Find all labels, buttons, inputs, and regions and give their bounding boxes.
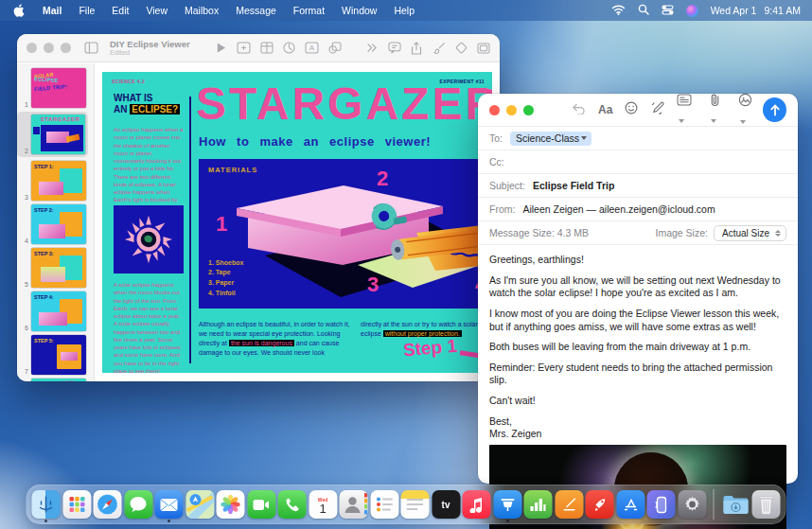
slide-thumbnail-2-selected[interactable]: 2 STARGAZER (17, 112, 88, 157)
slide-paragraph-2: A solar eclipse happens when the moon bl… (114, 281, 184, 373)
slide-canvas: SCIENCE 4.2 EXPERIMENT #11 WHAT IS AN EC… (95, 63, 500, 381)
table-icon[interactable] (260, 42, 274, 54)
recipient-token[interactable]: Science-Class (510, 132, 591, 146)
dock-iphone-mirroring-icon[interactable] (647, 490, 676, 519)
writing-tools-icon[interactable] (650, 101, 664, 118)
from-label: From: (489, 203, 515, 215)
keynote-window-controls[interactable] (26, 43, 71, 53)
dock-phone-icon[interactable] (278, 490, 307, 519)
more-toolbar-icon[interactable] (366, 43, 379, 53)
menu-item-view[interactable]: View (137, 5, 176, 16)
search-icon[interactable] (638, 4, 649, 17)
slide-caption-right: directly at the sun or try to watch a so… (361, 320, 492, 339)
dock-contacts-icon[interactable] (340, 490, 368, 519)
play-button-icon[interactable] (215, 42, 227, 54)
slide-thumbnail-7[interactable]: 7 STEP 5: (17, 335, 90, 375)
comment-icon[interactable] (388, 42, 401, 54)
menu-item-mailbox[interactable]: Mailbox (176, 5, 227, 16)
control-center-icon[interactable] (662, 5, 674, 17)
menu-bar-time[interactable]: 9:41 AM (764, 5, 801, 16)
apple-menu-icon[interactable] (13, 4, 25, 17)
slide-thumbnail-8[interactable]: DID YOU KNOW (17, 379, 90, 381)
share-icon[interactable] (411, 42, 422, 55)
dock-safari-icon[interactable] (94, 490, 122, 519)
menu-item-message[interactable]: Message (227, 5, 285, 16)
slide-stargazer[interactable]: SCIENCE 4.2 EXPERIMENT #11 WHAT IS AN EC… (102, 72, 492, 373)
emoji-icon[interactable] (625, 101, 638, 118)
menu-bar: Mail File Edit View Mailbox Message Form… (0, 0, 812, 21)
body-paragraph: Greetings, earthlings! (489, 254, 786, 267)
document-icon[interactable] (477, 43, 490, 54)
from-field[interactable]: From: Aileen Zeigen — aileen.zeigen@iclo… (478, 197, 798, 220)
format-brush-icon[interactable] (433, 42, 446, 54)
body-paragraph: Mrs. Zeigen (489, 428, 786, 441)
send-button[interactable] (763, 97, 786, 122)
dock-pages-icon[interactable] (555, 490, 583, 519)
menu-item-help[interactable]: Help (385, 5, 423, 16)
dock-photos-icon[interactable] (217, 490, 245, 519)
dock-facetime-icon[interactable] (247, 490, 275, 519)
dock-numbers-icon[interactable] (524, 490, 553, 519)
cc-field[interactable]: Cc: (478, 150, 798, 173)
dock-trash-icon[interactable] (752, 490, 781, 519)
image-size-select[interactable]: Actual Size (714, 225, 786, 241)
format-button[interactable]: Aa (598, 103, 612, 116)
header-fields-icon[interactable] (677, 93, 697, 127)
dock-rocket-icon[interactable] (586, 490, 614, 519)
slide-thumbnail-6[interactable]: 6 STEP 4: (17, 291, 90, 331)
dock: Wed1 tv (26, 485, 786, 524)
slide-thumbnail-5[interactable]: 5 STEP 3: (17, 248, 90, 288)
menu-item-file[interactable]: File (70, 5, 103, 16)
slide-thumbnail-3[interactable]: 3 STEP 1: (17, 161, 90, 201)
dock-launchpad-icon[interactable] (62, 490, 91, 519)
body-paragraph: Both buses will be leaving from the main… (489, 341, 786, 354)
menu-bar-date[interactable]: Wed Apr 1 (711, 5, 757, 16)
dock-keynote-icon[interactable] (493, 490, 521, 519)
dock-maps-icon[interactable] (185, 490, 214, 519)
add-slide-icon[interactable] (237, 42, 251, 54)
dock-separator (714, 489, 715, 520)
dock-calendar-icon[interactable]: Wed1 (309, 490, 337, 519)
menu-item-mail[interactable]: Mail (34, 5, 70, 16)
cc-label: Cc: (489, 156, 504, 168)
subject-field[interactable]: Subject: Eclipse Field Trip (478, 173, 798, 197)
materials-item: 1. Shoebox (208, 258, 243, 269)
menu-item-edit[interactable]: Edit (103, 5, 137, 16)
dock-settings-icon[interactable] (678, 490, 706, 519)
message-body[interactable]: Greetings, earthlings! As I'm sure you a… (478, 244, 798, 441)
dock-messages-icon[interactable] (124, 490, 152, 519)
dock-appstore-icon[interactable] (616, 490, 644, 519)
insert-photo-icon[interactable] (738, 93, 757, 128)
siri-icon[interactable] (686, 5, 698, 17)
chart-icon[interactable] (283, 42, 295, 54)
dock-finder-icon[interactable] (32, 490, 61, 519)
shapes-icon[interactable] (328, 42, 342, 54)
attach-icon[interactable] (709, 93, 726, 127)
dock-downloads-folder-icon[interactable] (721, 490, 750, 519)
to-field[interactable]: To: Science-Class (478, 126, 798, 150)
slide-paragraph-1: An eclipse happens when a moon or planet… (114, 126, 184, 212)
undo-icon[interactable] (572, 101, 586, 118)
slide-thumbnail-1[interactable]: 1 SOLAR ECLIPSE FIELD TRIP! (17, 68, 90, 108)
mail-window-controls[interactable] (489, 105, 534, 115)
text-icon[interactable]: A (305, 42, 319, 54)
dock-music-icon[interactable] (463, 490, 491, 519)
sidebar-toggle-icon[interactable] (84, 42, 98, 54)
chevron-down-icon (740, 120, 746, 124)
dock-mail-icon[interactable] (155, 490, 184, 519)
slide-course-label: SCIENCE 4.2 (112, 79, 145, 84)
dock-reminders-icon[interactable] (370, 490, 398, 519)
menu-item-format[interactable]: Format (285, 5, 333, 16)
menu-item-window[interactable]: Window (333, 5, 385, 16)
animate-icon[interactable] (455, 42, 468, 54)
dock-tv-icon[interactable]: tv (432, 490, 460, 519)
svg-text:2: 2 (377, 167, 388, 190)
slide-thumbnail-4[interactable]: 4 STEP 2: (17, 204, 90, 244)
subject-label: Subject: (489, 180, 525, 191)
keynote-window-title: DIY Eclipse Viewer Edited (110, 40, 190, 57)
dock-notes-icon[interactable] (401, 490, 430, 519)
wifi-icon[interactable] (611, 5, 626, 17)
keynote-window: DIY Eclipse Viewer Edited A (17, 34, 500, 381)
desktop: Mail File Edit View Mailbox Message Form… (0, 0, 812, 529)
sun-illustration (114, 205, 184, 273)
